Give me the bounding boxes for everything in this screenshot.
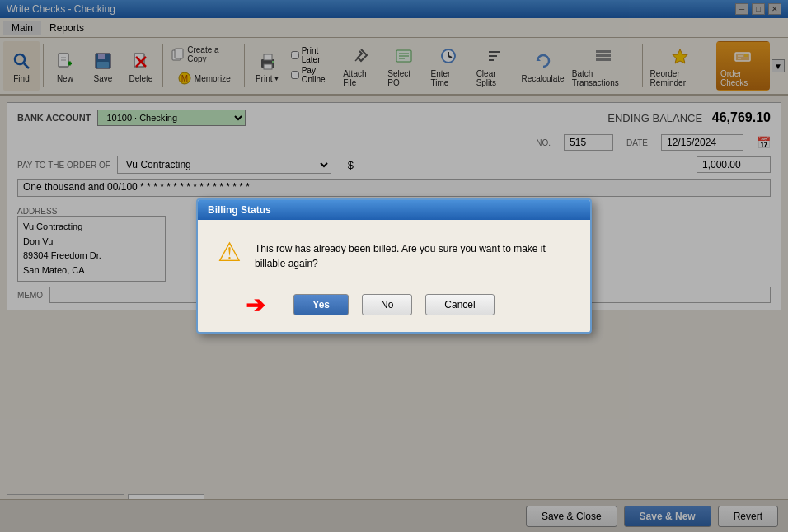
billing-status-dialog: Billing Status ⚠ This row has already be… [196,198,592,334]
dialog-title: Billing Status [208,204,271,216]
dialog-overlay: Billing Status ⚠ This row has already be… [0,0,788,532]
arrow-indicator: ➔ [246,292,265,319]
dialog-no-button[interactable]: No [362,294,412,315]
dialog-yes-button[interactable]: Yes [293,294,349,315]
dialog-content: ⚠ This row has already been billed. Are … [198,220,590,287]
dialog-buttons: ➔ Yes No Cancel [198,287,590,332]
dialog-message: This row has already been billed. Are yo… [255,241,570,271]
dialog-title-bar: Billing Status [198,200,590,220]
dialog-cancel-button[interactable]: Cancel [425,294,494,315]
warning-icon: ⚠ [218,236,242,268]
yes-button-wrapper: ➔ Yes [293,294,349,315]
